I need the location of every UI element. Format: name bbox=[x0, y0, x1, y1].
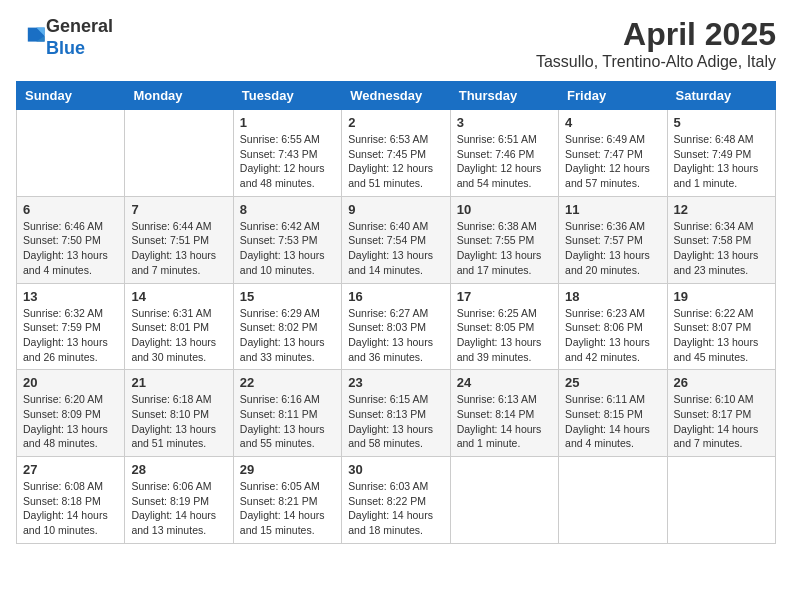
day-info: Sunrise: 6:08 AMSunset: 8:18 PMDaylight:… bbox=[23, 479, 118, 538]
calendar-cell: 2Sunrise: 6:53 AMSunset: 7:45 PMDaylight… bbox=[342, 110, 450, 197]
day-info: Sunrise: 6:31 AMSunset: 8:01 PMDaylight:… bbox=[131, 306, 226, 365]
weekday-header-wednesday: Wednesday bbox=[342, 82, 450, 110]
calendar-table: SundayMondayTuesdayWednesdayThursdayFrid… bbox=[16, 81, 776, 544]
weekday-header-thursday: Thursday bbox=[450, 82, 558, 110]
day-info: Sunrise: 6:06 AMSunset: 8:19 PMDaylight:… bbox=[131, 479, 226, 538]
day-info: Sunrise: 6:03 AMSunset: 8:22 PMDaylight:… bbox=[348, 479, 443, 538]
day-info: Sunrise: 6:36 AMSunset: 7:57 PMDaylight:… bbox=[565, 219, 660, 278]
calendar-cell: 9Sunrise: 6:40 AMSunset: 7:54 PMDaylight… bbox=[342, 196, 450, 283]
day-number: 18 bbox=[565, 289, 660, 304]
calendar-cell bbox=[125, 110, 233, 197]
day-number: 20 bbox=[23, 375, 118, 390]
weekday-header-sunday: Sunday bbox=[17, 82, 125, 110]
day-number: 11 bbox=[565, 202, 660, 217]
day-number: 9 bbox=[348, 202, 443, 217]
day-number: 23 bbox=[348, 375, 443, 390]
logo-blue-text: Blue bbox=[46, 38, 85, 58]
calendar-cell: 27Sunrise: 6:08 AMSunset: 8:18 PMDayligh… bbox=[17, 457, 125, 544]
day-info: Sunrise: 6:05 AMSunset: 8:21 PMDaylight:… bbox=[240, 479, 335, 538]
weekday-header-monday: Monday bbox=[125, 82, 233, 110]
calendar-cell: 19Sunrise: 6:22 AMSunset: 8:07 PMDayligh… bbox=[667, 283, 775, 370]
calendar-week-row: 20Sunrise: 6:20 AMSunset: 8:09 PMDayligh… bbox=[17, 370, 776, 457]
day-number: 30 bbox=[348, 462, 443, 477]
page-header: General Blue April 2025 Tassullo, Trenti… bbox=[16, 16, 776, 71]
day-number: 3 bbox=[457, 115, 552, 130]
calendar-cell: 18Sunrise: 6:23 AMSunset: 8:06 PMDayligh… bbox=[559, 283, 667, 370]
calendar-cell: 13Sunrise: 6:32 AMSunset: 7:59 PMDayligh… bbox=[17, 283, 125, 370]
day-info: Sunrise: 6:42 AMSunset: 7:53 PMDaylight:… bbox=[240, 219, 335, 278]
calendar-cell: 20Sunrise: 6:20 AMSunset: 8:09 PMDayligh… bbox=[17, 370, 125, 457]
day-number: 8 bbox=[240, 202, 335, 217]
day-number: 26 bbox=[674, 375, 769, 390]
day-number: 10 bbox=[457, 202, 552, 217]
day-info: Sunrise: 6:48 AMSunset: 7:49 PMDaylight:… bbox=[674, 132, 769, 191]
calendar-cell: 16Sunrise: 6:27 AMSunset: 8:03 PMDayligh… bbox=[342, 283, 450, 370]
calendar-cell: 12Sunrise: 6:34 AMSunset: 7:58 PMDayligh… bbox=[667, 196, 775, 283]
calendar-cell: 8Sunrise: 6:42 AMSunset: 7:53 PMDaylight… bbox=[233, 196, 341, 283]
day-info: Sunrise: 6:40 AMSunset: 7:54 PMDaylight:… bbox=[348, 219, 443, 278]
calendar-cell: 25Sunrise: 6:11 AMSunset: 8:15 PMDayligh… bbox=[559, 370, 667, 457]
day-info: Sunrise: 6:46 AMSunset: 7:50 PMDaylight:… bbox=[23, 219, 118, 278]
calendar-cell: 23Sunrise: 6:15 AMSunset: 8:13 PMDayligh… bbox=[342, 370, 450, 457]
day-info: Sunrise: 6:32 AMSunset: 7:59 PMDaylight:… bbox=[23, 306, 118, 365]
month-title: April 2025 bbox=[536, 16, 776, 53]
day-info: Sunrise: 6:53 AMSunset: 7:45 PMDaylight:… bbox=[348, 132, 443, 191]
day-info: Sunrise: 6:34 AMSunset: 7:58 PMDaylight:… bbox=[674, 219, 769, 278]
day-number: 19 bbox=[674, 289, 769, 304]
day-info: Sunrise: 6:22 AMSunset: 8:07 PMDaylight:… bbox=[674, 306, 769, 365]
weekday-header-saturday: Saturday bbox=[667, 82, 775, 110]
day-number: 6 bbox=[23, 202, 118, 217]
calendar-cell: 15Sunrise: 6:29 AMSunset: 8:02 PMDayligh… bbox=[233, 283, 341, 370]
calendar-cell: 10Sunrise: 6:38 AMSunset: 7:55 PMDayligh… bbox=[450, 196, 558, 283]
calendar-cell: 3Sunrise: 6:51 AMSunset: 7:46 PMDaylight… bbox=[450, 110, 558, 197]
weekday-header-friday: Friday bbox=[559, 82, 667, 110]
calendar-cell: 24Sunrise: 6:13 AMSunset: 8:14 PMDayligh… bbox=[450, 370, 558, 457]
day-info: Sunrise: 6:25 AMSunset: 8:05 PMDaylight:… bbox=[457, 306, 552, 365]
calendar-cell bbox=[450, 457, 558, 544]
location-title: Tassullo, Trentino-Alto Adige, Italy bbox=[536, 53, 776, 71]
day-number: 13 bbox=[23, 289, 118, 304]
day-number: 21 bbox=[131, 375, 226, 390]
logo-icon bbox=[18, 22, 46, 50]
day-number: 24 bbox=[457, 375, 552, 390]
calendar-cell bbox=[17, 110, 125, 197]
logo: General Blue bbox=[16, 16, 113, 59]
day-info: Sunrise: 6:49 AMSunset: 7:47 PMDaylight:… bbox=[565, 132, 660, 191]
day-info: Sunrise: 6:44 AMSunset: 7:51 PMDaylight:… bbox=[131, 219, 226, 278]
day-number: 2 bbox=[348, 115, 443, 130]
calendar-cell: 11Sunrise: 6:36 AMSunset: 7:57 PMDayligh… bbox=[559, 196, 667, 283]
calendar-week-row: 27Sunrise: 6:08 AMSunset: 8:18 PMDayligh… bbox=[17, 457, 776, 544]
calendar-cell: 26Sunrise: 6:10 AMSunset: 8:17 PMDayligh… bbox=[667, 370, 775, 457]
day-info: Sunrise: 6:29 AMSunset: 8:02 PMDaylight:… bbox=[240, 306, 335, 365]
day-info: Sunrise: 6:38 AMSunset: 7:55 PMDaylight:… bbox=[457, 219, 552, 278]
day-info: Sunrise: 6:51 AMSunset: 7:46 PMDaylight:… bbox=[457, 132, 552, 191]
day-number: 22 bbox=[240, 375, 335, 390]
day-info: Sunrise: 6:20 AMSunset: 8:09 PMDaylight:… bbox=[23, 392, 118, 451]
day-number: 4 bbox=[565, 115, 660, 130]
calendar-week-row: 13Sunrise: 6:32 AMSunset: 7:59 PMDayligh… bbox=[17, 283, 776, 370]
day-number: 12 bbox=[674, 202, 769, 217]
day-number: 7 bbox=[131, 202, 226, 217]
calendar-cell: 6Sunrise: 6:46 AMSunset: 7:50 PMDaylight… bbox=[17, 196, 125, 283]
calendar-cell bbox=[667, 457, 775, 544]
calendar-cell bbox=[559, 457, 667, 544]
calendar-week-row: 1Sunrise: 6:55 AMSunset: 7:43 PMDaylight… bbox=[17, 110, 776, 197]
calendar-cell: 1Sunrise: 6:55 AMSunset: 7:43 PMDaylight… bbox=[233, 110, 341, 197]
calendar-week-row: 6Sunrise: 6:46 AMSunset: 7:50 PMDaylight… bbox=[17, 196, 776, 283]
day-number: 15 bbox=[240, 289, 335, 304]
day-number: 1 bbox=[240, 115, 335, 130]
day-info: Sunrise: 6:18 AMSunset: 8:10 PMDaylight:… bbox=[131, 392, 226, 451]
calendar-cell: 5Sunrise: 6:48 AMSunset: 7:49 PMDaylight… bbox=[667, 110, 775, 197]
day-info: Sunrise: 6:13 AMSunset: 8:14 PMDaylight:… bbox=[457, 392, 552, 451]
calendar-cell: 21Sunrise: 6:18 AMSunset: 8:10 PMDayligh… bbox=[125, 370, 233, 457]
logo-general-text: General bbox=[46, 16, 113, 36]
day-info: Sunrise: 6:10 AMSunset: 8:17 PMDaylight:… bbox=[674, 392, 769, 451]
day-number: 27 bbox=[23, 462, 118, 477]
day-number: 5 bbox=[674, 115, 769, 130]
title-block: April 2025 Tassullo, Trentino-Alto Adige… bbox=[536, 16, 776, 71]
calendar-cell: 29Sunrise: 6:05 AMSunset: 8:21 PMDayligh… bbox=[233, 457, 341, 544]
day-number: 17 bbox=[457, 289, 552, 304]
day-info: Sunrise: 6:27 AMSunset: 8:03 PMDaylight:… bbox=[348, 306, 443, 365]
weekday-header-tuesday: Tuesday bbox=[233, 82, 341, 110]
weekday-header-row: SundayMondayTuesdayWednesdayThursdayFrid… bbox=[17, 82, 776, 110]
